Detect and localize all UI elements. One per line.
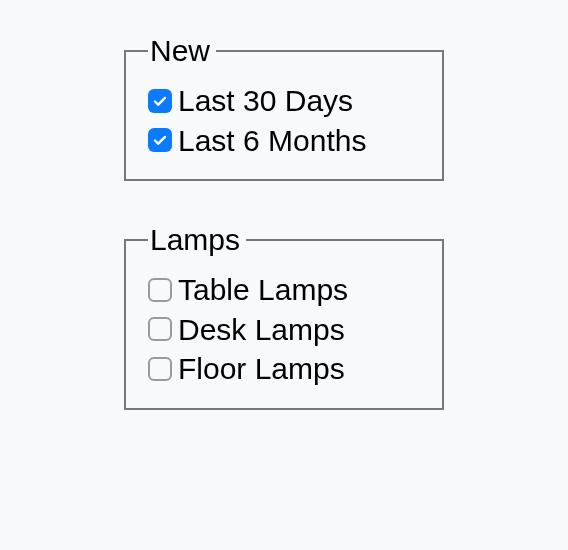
checkbox-label[interactable]: Last 30 Days (178, 82, 353, 120)
checkbox-desk-lamps[interactable] (148, 317, 172, 341)
filter-group-lamps: Lamps Table Lamps Desk Lamps Floor Lamps (124, 225, 444, 410)
checkbox-label[interactable]: Floor Lamps (178, 350, 345, 388)
checkbox-row[interactable]: Last 30 Days (148, 82, 420, 120)
checkbox-row[interactable]: Desk Lamps (148, 311, 420, 349)
checkbox-row[interactable]: Table Lamps (148, 271, 420, 309)
checkbox-label[interactable]: Last 6 Months (178, 122, 366, 160)
checkbox-table-lamps[interactable] (148, 278, 172, 302)
checkbox-label[interactable]: Desk Lamps (178, 311, 345, 349)
filter-legend: Lamps (148, 225, 246, 255)
checkbox-label[interactable]: Table Lamps (178, 271, 348, 309)
check-icon (152, 132, 168, 148)
checkbox-row[interactable]: Last 6 Months (148, 122, 420, 160)
filter-legend: New (148, 36, 216, 66)
filter-group-new: New Last 30 Days Last 6 Months (124, 36, 444, 181)
checkbox-floor-lamps[interactable] (148, 357, 172, 381)
checkbox-last-6-months[interactable] (148, 128, 172, 152)
checkbox-row[interactable]: Floor Lamps (148, 350, 420, 388)
check-icon (152, 93, 168, 109)
checkbox-last-30-days[interactable] (148, 89, 172, 113)
